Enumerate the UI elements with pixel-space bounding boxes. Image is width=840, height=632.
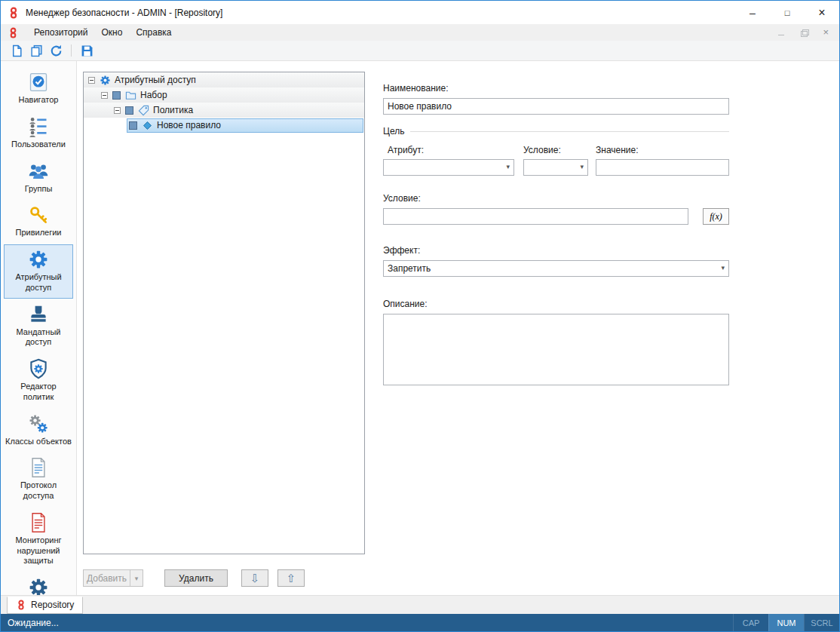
shield-gear-icon — [28, 358, 49, 379]
sidebar-item-service[interactable]: Сервис — [4, 572, 73, 595]
sidebar-item-users[interactable]: Пользователи — [4, 112, 73, 155]
sidebar-item-object-classes[interactable]: Классы объектов — [4, 409, 73, 453]
target-fields: ▾ ▾ — [383, 159, 839, 176]
menu-window[interactable]: Окно — [95, 24, 130, 41]
menu-help[interactable]: Справка — [129, 24, 178, 41]
collapse-icon[interactable] — [114, 107, 121, 114]
scroll-lock-indicator: SCRL — [804, 614, 839, 631]
sidebar-item-mandatory-access[interactable]: Мандатный доступ — [4, 299, 73, 354]
caps-lock-indicator: CAP — [733, 614, 768, 631]
sidebar-item-navigator[interactable]: Навигатор — [4, 67, 73, 111]
sidebar-item-access-log[interactable]: Протокол доступа — [4, 453, 73, 507]
chevron-down-icon: ▾ — [580, 163, 584, 170]
sidebar: Навигатор Пользователи Группы Привилегии… — [1, 61, 77, 595]
save-icon — [81, 44, 94, 57]
move-up-button[interactable]: ⇧ — [277, 569, 305, 587]
maximize-icon: □ — [785, 8, 790, 17]
menu-repository[interactable]: Репозиторий — [27, 24, 95, 41]
target-field-labels: Атрибут: Условие: Значение: — [383, 145, 839, 155]
status-bar: Ожидание... CAP NUM SCRL — [1, 614, 839, 631]
menu-bar: Репозиторий Окно Справка × — [1, 24, 839, 41]
gear-icon — [100, 75, 111, 86]
open-document-button[interactable] — [26, 42, 46, 60]
sidebar-item-violation-monitoring[interactable]: Мониторинг нарушений защиты — [4, 508, 73, 572]
condition-combobox[interactable]: ▾ — [523, 159, 588, 176]
description-textarea[interactable] — [383, 314, 729, 385]
toolbar — [1, 41, 839, 61]
save-button[interactable] — [77, 42, 97, 60]
sidebar-item-groups[interactable]: Группы — [4, 156, 73, 200]
maximize-button[interactable]: □ — [770, 1, 805, 24]
close-icon: × — [818, 6, 825, 20]
close-button[interactable]: × — [805, 1, 839, 24]
condition-expression-label: Условие: — [383, 193, 839, 204]
function-editor-button[interactable]: f(x) — [703, 208, 729, 225]
sidebar-item-attribute-access[interactable]: Атрибутный доступ — [4, 244, 73, 299]
new-document-button[interactable] — [7, 42, 26, 60]
violation-monitoring-document-icon — [28, 512, 49, 533]
effect-combobox[interactable]: Запретить ▾ — [383, 260, 729, 277]
status-text: Ожидание... — [8, 618, 59, 628]
document-tab-strip: Repository — [1, 595, 839, 614]
collapse-icon[interactable] — [101, 92, 108, 99]
sidebar-item-policy-editor[interactable]: Редактор политик — [4, 354, 73, 408]
mdi-child-icon — [8, 27, 19, 38]
mdi-minimize-icon[interactable] — [777, 29, 786, 36]
tree-node-policy[interactable]: Политика — [84, 103, 364, 118]
tree-node-set[interactable]: Набор — [84, 87, 364, 103]
refresh-button[interactable] — [46, 42, 66, 60]
sidebar-item-privileges[interactable]: Привилегии — [4, 200, 73, 244]
value-input[interactable] — [596, 159, 729, 176]
chevron-down-icon: ▾ — [506, 163, 510, 170]
title-bar: Менеджер безопасности - ADMIN - [Reposit… — [1, 1, 839, 24]
groups-icon — [28, 161, 49, 182]
chevron-down-icon: ▾ — [721, 264, 725, 272]
mdi-restore-icon[interactable] — [800, 29, 809, 36]
arrow-down-icon: ⇩ — [250, 572, 260, 585]
group-divider — [410, 131, 729, 132]
mdi-close-icon[interactable]: × — [823, 29, 829, 36]
stamp-icon — [28, 304, 49, 325]
tree-action-buttons: Добавить ▾ Удалить ⇩ ⇧ — [83, 569, 365, 587]
object-classes-gears-icon — [28, 413, 49, 434]
tree-node-attribute-access[interactable]: Атрибутный доступ — [84, 72, 364, 87]
move-down-button[interactable]: ⇩ — [241, 569, 268, 587]
tree-checkbox[interactable] — [125, 106, 133, 115]
delete-button[interactable]: Удалить — [164, 569, 228, 587]
collapse-icon[interactable] — [88, 77, 95, 84]
add-button[interactable]: Добавить ▾ — [83, 569, 143, 587]
tab-repository[interactable]: Repository — [7, 597, 83, 614]
num-lock-indicator: NUM — [768, 614, 804, 631]
toolbar-separator — [71, 44, 72, 57]
tree-node-new-rule-selected[interactable]: Новое правило — [127, 118, 363, 133]
attribute-label: Атрибут: — [383, 145, 514, 155]
dropdown-arrow-icon[interactable]: ▾ — [130, 570, 143, 586]
target-group-caption: Цель — [383, 126, 729, 137]
attribute-combobox[interactable]: ▾ — [383, 159, 514, 176]
tree-panel: Атрибутный доступ Набор Политика — [77, 61, 365, 595]
tree-checkbox[interactable] — [112, 91, 121, 100]
new-document-icon — [11, 44, 23, 57]
condition-expression-input[interactable] — [383, 208, 688, 225]
keyboard-indicators: CAP NUM SCRL — [733, 614, 839, 631]
effect-label: Эффект: — [383, 245, 839, 256]
main-area: Навигатор Пользователи Группы Привилегии… — [1, 61, 839, 595]
arrow-up-icon: ⇧ — [287, 572, 296, 585]
minimize-icon: – — [750, 7, 756, 19]
navigator-icon — [28, 72, 49, 93]
tree-checkbox[interactable] — [129, 121, 137, 130]
condition-label: Условие: — [523, 145, 588, 155]
open-document-icon — [30, 44, 43, 57]
repository-tab-icon — [16, 600, 26, 610]
rule-form: Наименование: Цель Атрибут: Условие: Зна… — [365, 61, 839, 595]
access-log-document-icon — [28, 457, 49, 478]
name-input[interactable] — [383, 98, 729, 115]
diamond-icon — [142, 120, 153, 131]
window-title: Менеджер безопасности - ADMIN - [Reposit… — [26, 8, 222, 18]
users-icon — [28, 116, 49, 137]
mdi-window-controls: × — [777, 29, 829, 36]
folder-icon — [125, 90, 136, 101]
attribute-access-gear-icon — [28, 249, 49, 270]
description-label: Описание: — [383, 299, 839, 309]
minimize-button[interactable]: – — [735, 1, 770, 24]
